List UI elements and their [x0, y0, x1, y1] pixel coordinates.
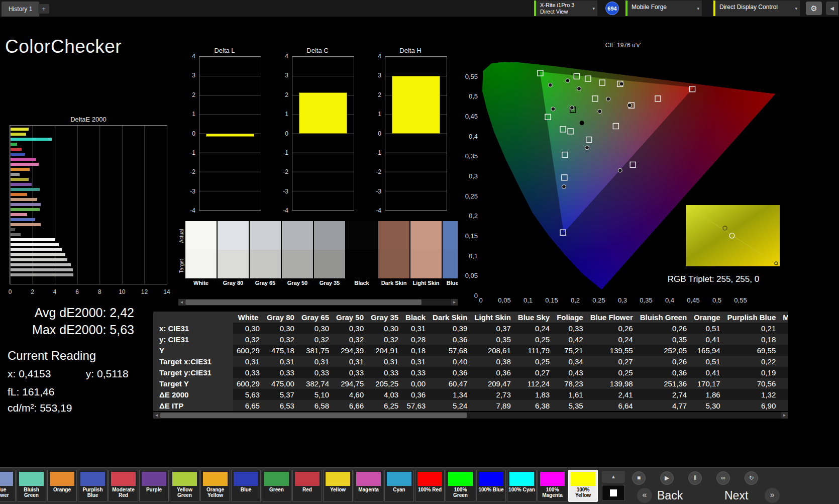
scrollbar-thumb[interactable] — [185, 299, 422, 305]
chart-title: Delta L — [187, 47, 262, 54]
pattern-list-up-button[interactable]: ▲ — [602, 471, 625, 483]
pattern-swatch-button[interactable]: Yellow Green — [170, 470, 199, 502]
pattern-swatch-button[interactable]: Yellow — [323, 470, 353, 502]
table-cell: 0,30 — [367, 323, 402, 334]
pattern-window-button[interactable] — [602, 485, 625, 501]
x-axis-tick-label: 0,35 — [640, 296, 652, 304]
deltae-bar — [11, 203, 41, 206]
pattern-swatch-button[interactable]: Blue Flower — [0, 470, 16, 502]
scrollbar-thumb[interactable] — [160, 413, 467, 418]
current-x-value: x: 0,4153 — [8, 368, 83, 380]
swatch-label: 100% Magenta — [538, 487, 567, 498]
color-patch: Gray 50 — [282, 221, 313, 287]
pattern-swatch-button[interactable]: Moderate Red — [109, 470, 138, 502]
color-patch: Gray 80 — [218, 221, 249, 287]
pattern-swatch-button[interactable]: 100% Yellow — [568, 470, 598, 502]
chevron-down-icon: ▾ — [592, 6, 595, 11]
swatch-label: Orange Yellow — [201, 487, 230, 498]
table-cell: 6,25 — [367, 400, 402, 411]
meter-selector-dropdown[interactable]: X-Rite i1Pro 3 Direct View ▾ — [534, 1, 597, 16]
scroll-left-icon[interactable]: ◄ — [153, 412, 160, 419]
scroll-left-icon[interactable]: ◄ — [178, 299, 185, 306]
pattern-swatch-button[interactable]: Orange — [47, 470, 77, 502]
table-cell: 5,35 — [553, 400, 587, 411]
next-button[interactable]: Next — [724, 489, 748, 502]
stop-icon[interactable]: ■ — [632, 471, 646, 485]
swatch-color — [295, 472, 320, 486]
meter-mode: Direct View — [540, 9, 588, 15]
patch-actual-swatch — [443, 221, 458, 250]
scroll-right-icon[interactable]: ► — [781, 412, 788, 419]
pattern-swatch-button[interactable]: Orange Yellow — [200, 470, 230, 502]
x-axis-tick-label: 0,45 — [687, 296, 699, 304]
refresh-icon[interactable]: ↻ — [745, 471, 758, 485]
back-chevrons-icon[interactable]: « — [637, 488, 652, 503]
back-button[interactable]: Back — [657, 489, 683, 502]
gear-icon[interactable]: ⚙ — [806, 2, 822, 15]
deltae-bar — [11, 243, 59, 246]
measured-circle-marker — [577, 86, 581, 90]
next-chevrons-icon[interactable]: » — [765, 488, 780, 503]
table-scrollbar[interactable]: ◄ ► — [153, 412, 788, 419]
add-tab-button[interactable]: + — [38, 4, 49, 14]
deltae-bar — [11, 218, 35, 221]
color-patch: Dark Skin — [378, 221, 409, 287]
table-cell: 0,33 — [402, 367, 429, 378]
pattern-swatch-button[interactable]: Green — [262, 470, 291, 502]
display-control-dropdown[interactable]: Direct Display Control ▾ — [713, 1, 800, 16]
measured-circle-marker — [566, 79, 570, 83]
table-cell: 69,55 — [724, 345, 780, 356]
pattern-source-dropdown[interactable]: Mobile Forge ▾ — [625, 1, 702, 16]
y-axis-tick-label: 3 — [378, 72, 381, 79]
deltae-bar — [11, 163, 39, 166]
swatch-label: Bluish Green — [17, 487, 46, 498]
scroll-right-icon[interactable]: ► — [451, 299, 458, 306]
pattern-swatch-button[interactable]: Cyan — [384, 470, 414, 502]
table-cell: 600,29 — [233, 378, 263, 389]
swatch-label: Cyan — [385, 487, 413, 492]
table-cell: 0,33 — [263, 367, 298, 378]
patch-actual-swatch — [218, 221, 249, 250]
pattern-swatch-button[interactable]: Blue — [231, 470, 261, 502]
loop-icon[interactable]: ∞ — [716, 471, 730, 485]
patch-label: Gray 50 — [282, 278, 313, 287]
table-cell: 0,42 — [553, 334, 587, 345]
patch-target-swatch — [443, 250, 458, 278]
measurement-transport-controls: ■▶Ⅱ∞↻ — [632, 471, 758, 485]
table-cell: 139,98 — [587, 378, 637, 389]
tab-history-1[interactable]: History 1 — [2, 2, 39, 17]
play-icon[interactable]: ▶ — [660, 471, 674, 485]
delta-value-bar — [206, 134, 254, 137]
table-cell: 252,05 — [637, 345, 690, 356]
delta-value-bar — [299, 92, 347, 134]
x-axis-tick-label: 0,15 — [545, 296, 558, 304]
pattern-swatch-button[interactable]: 100% Red — [415, 470, 445, 502]
patch-scrollbar[interactable]: ◄ ► — [178, 299, 458, 306]
pattern-swatch-button[interactable]: Bluish Green — [17, 470, 46, 502]
swatch-label: 100% Green — [446, 487, 475, 498]
pattern-swatch-button[interactable]: 100% Magenta — [538, 470, 567, 502]
display-control-label: Direct Display Control — [715, 1, 800, 14]
table-cell: 1,34 — [429, 389, 471, 400]
swatch-label: Blue Flower — [0, 487, 15, 498]
table-cell: 0,28 — [402, 334, 429, 345]
patch-actual-swatch — [410, 221, 442, 250]
pattern-swatch-button[interactable]: Purple — [139, 470, 169, 502]
pattern-swatch-button[interactable]: Red — [292, 470, 322, 502]
swatch-color — [19, 472, 44, 486]
table-cell: 0,30 — [298, 323, 333, 334]
pattern-swatch-button[interactable]: 100% Cyan — [507, 470, 537, 502]
collapse-panel-icon[interactable]: ◀ — [826, 2, 838, 15]
pattern-swatch-button[interactable]: Magenta — [354, 470, 383, 502]
patch-target-swatch — [218, 250, 249, 278]
pattern-swatch-button[interactable]: 100% Green — [446, 470, 475, 502]
deltae-bar — [11, 178, 29, 181]
table-cell: 381,75 — [298, 345, 333, 356]
swatch-color — [479, 472, 503, 486]
y-axis-tick-label: -1 — [283, 149, 288, 156]
pattern-swatch-button[interactable]: 100% Blue — [476, 470, 506, 502]
pause-icon[interactable]: Ⅱ — [688, 471, 702, 485]
pattern-swatch-row: Blue FlowerBluish GreenOrangePurplish Bl… — [0, 470, 598, 502]
pattern-swatch-button[interactable]: Purplish Blue — [78, 470, 108, 502]
y-axis-tick-label: -3 — [376, 188, 381, 195]
